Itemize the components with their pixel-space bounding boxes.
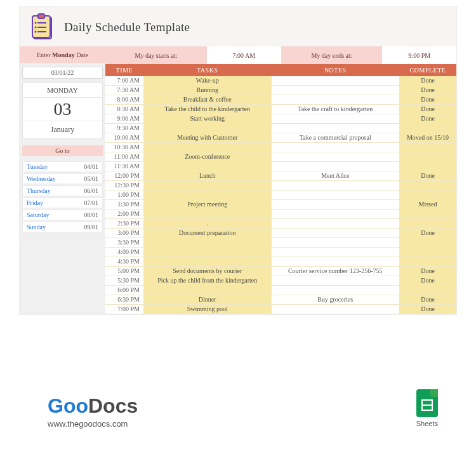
cell-time[interactable]: 3:00 PM (105, 229, 143, 237)
cell-note[interactable] (272, 305, 400, 314)
cell-complete[interactable]: Done (399, 86, 456, 95)
cell-note[interactable] (272, 76, 400, 85)
cell-complete[interactable] (399, 210, 456, 218)
cell-task[interactable] (143, 162, 272, 171)
goto-link[interactable]: Saturday08/01 (22, 210, 103, 220)
cell-complete[interactable]: Done (399, 76, 456, 85)
cell-task[interactable]: . (143, 219, 272, 228)
goto-link[interactable]: Wednesday05/01 (22, 173, 103, 184)
cell-complete[interactable] (399, 257, 456, 266)
cell-time[interactable]: 8:00 AM (105, 95, 143, 104)
cell-time[interactable]: 2:00 PM (105, 210, 143, 218)
cell-task[interactable]: Breakfast & coffee (143, 95, 272, 104)
cell-complete[interactable]: Done (399, 267, 456, 276)
cell-complete[interactable]: Done (399, 114, 456, 123)
cell-time[interactable]: 10:30 AM (105, 143, 143, 152)
day-starts-value[interactable]: 7:00 AM (207, 46, 281, 64)
cell-time[interactable]: 2:30 PM (105, 219, 143, 228)
cell-time[interactable]: 9:00 AM (105, 114, 143, 123)
cell-time[interactable]: 11:30 AM (105, 162, 143, 171)
cell-note[interactable]: Take a commercial proposal (272, 133, 400, 142)
goto-link[interactable]: Thursday06/01 (22, 185, 103, 196)
cell-complete[interactable]: Done (399, 229, 456, 237)
cell-task[interactable] (143, 257, 272, 266)
goto-link[interactable]: Sunday09/01 (22, 222, 103, 232)
cell-complete[interactable]: Done (399, 105, 456, 114)
cell-task[interactable]: Dinner (143, 295, 272, 304)
cell-complete[interactable] (399, 248, 456, 257)
cell-note[interactable]: Take the craft to kindergarten (272, 105, 400, 114)
cell-note[interactable] (272, 86, 400, 95)
cell-note[interactable] (272, 200, 400, 209)
cell-complete[interactable]: Done (399, 95, 456, 104)
cell-time[interactable]: 7:30 AM (105, 86, 143, 95)
cell-task[interactable] (143, 248, 272, 257)
cell-note[interactable] (272, 181, 400, 190)
cell-task[interactable] (143, 210, 272, 218)
cell-task[interactable]: Swimming pool (143, 305, 272, 314)
cell-complete[interactable]: Missed (399, 200, 456, 209)
cell-task[interactable]: Document preparation (143, 229, 272, 237)
cell-note[interactable] (272, 190, 400, 199)
cell-note[interactable] (272, 114, 400, 123)
cell-time[interactable]: 7:00 AM (105, 76, 143, 85)
cell-time[interactable]: 5:30 PM (105, 276, 143, 285)
cell-complete[interactable] (399, 219, 456, 228)
cell-complete[interactable] (399, 286, 456, 295)
cell-task[interactable]: Take the child to the kindergarten (143, 105, 272, 114)
cell-time[interactable]: 1:00 PM (105, 190, 143, 199)
cell-time[interactable]: 11:00 AM (105, 152, 143, 161)
cell-task[interactable]: Running (143, 86, 272, 95)
cell-note[interactable] (272, 162, 400, 171)
cell-complete[interactable] (399, 190, 456, 199)
cell-task[interactable] (143, 181, 272, 190)
cell-task[interactable]: Project meeting (143, 200, 272, 209)
cell-task[interactable]: Meeting with Customer (143, 133, 272, 142)
cell-note[interactable]: Buy groceries (272, 295, 400, 304)
cell-task[interactable]: Pick up the child from the kindergarten (143, 276, 272, 285)
cell-note[interactable] (272, 238, 400, 247)
cell-complete[interactable]: Done (399, 305, 456, 314)
cell-complete[interactable] (399, 162, 456, 171)
cell-note[interactable] (272, 143, 400, 152)
cell-time[interactable]: 10:00 AM (105, 133, 143, 142)
cell-note[interactable] (272, 210, 400, 218)
day-ends-value[interactable]: 9:00 PM (382, 46, 456, 64)
cell-time[interactable]: 4:00 PM (105, 248, 143, 257)
cell-time[interactable]: 3:30 PM (105, 238, 143, 247)
cell-complete[interactable] (399, 238, 456, 247)
goto-link[interactable]: Friday07/01 (22, 197, 103, 208)
cell-time[interactable]: 1:30 PM (105, 200, 143, 209)
cell-note[interactable] (272, 95, 400, 104)
cell-note[interactable]: Meet Alice (272, 171, 400, 180)
cell-task[interactable] (143, 286, 272, 295)
cell-note[interactable] (272, 257, 400, 266)
cell-note[interactable] (272, 286, 400, 295)
cell-note[interactable] (272, 248, 400, 257)
cell-time[interactable]: 5:00 PM (105, 267, 143, 276)
cell-complete[interactable] (399, 143, 456, 152)
cell-time[interactable]: 12:00 PM (105, 171, 143, 180)
cell-time[interactable]: 4:30 PM (105, 257, 143, 266)
cell-task[interactable]: Wake-up (143, 76, 272, 85)
date-input[interactable]: 03/01/22 (22, 67, 103, 79)
cell-time[interactable]: 7:00 PM (105, 305, 143, 314)
cell-time[interactable]: 9:30 AM (105, 124, 143, 133)
cell-task[interactable] (143, 238, 272, 247)
cell-task[interactable] (143, 143, 272, 152)
cell-time[interactable]: 12:30 PM (105, 181, 143, 190)
cell-complete[interactable]: Moved on 15/10 (399, 133, 456, 142)
cell-task[interactable]: Send documents by courier (143, 267, 272, 276)
cell-complete[interactable]: Done (399, 171, 456, 180)
cell-task[interactable] (143, 190, 272, 199)
cell-time[interactable]: 6:00 PM (105, 286, 143, 295)
cell-note[interactable] (272, 229, 400, 237)
goto-link[interactable]: Tuesday04/01 (22, 161, 103, 172)
goodocs-url[interactable]: www.thegoodocs.com (48, 419, 138, 429)
cell-task[interactable]: Start working (143, 114, 272, 123)
cell-task[interactable] (143, 124, 272, 133)
cell-complete[interactable] (399, 181, 456, 190)
cell-note[interactable]: Courier service number 123-256-755 (272, 267, 400, 276)
cell-complete[interactable] (399, 124, 456, 133)
cell-complete[interactable] (399, 152, 456, 161)
